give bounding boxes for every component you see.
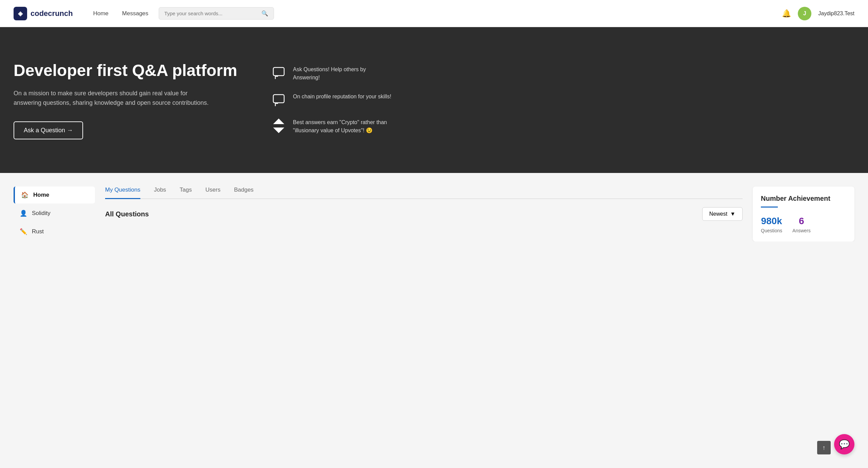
- hero-title: Developer first Q&A platform: [14, 61, 251, 80]
- search-input[interactable]: [164, 11, 261, 16]
- feature-3: Best answers earn "Crypto" rather than "…: [271, 118, 393, 135]
- stat-questions-value: 980k: [761, 216, 782, 227]
- tab-my-questions[interactable]: My Questions: [105, 187, 140, 199]
- home-icon: 🏠: [21, 191, 28, 199]
- hero-right: Ask Questions! Help others by Answering!…: [251, 65, 393, 135]
- sort-arrow-icon: ▼: [730, 211, 735, 217]
- achievement-card: Number Achievement 980k Questions 6 Answ…: [753, 187, 854, 241]
- sidebar: 🏠 Home 👤 Solidity ✏️ Rust: [14, 187, 95, 241]
- hero-left: Developer first Q&A platform On a missio…: [14, 61, 251, 139]
- sort-dropdown[interactable]: Newest ▼: [702, 207, 743, 221]
- achievement-stats: 980k Questions 6 Answers: [761, 216, 846, 233]
- chat-icon-2: [271, 93, 286, 108]
- main-content: 🏠 Home 👤 Solidity ✏️ Rust My Questions J…: [0, 173, 868, 241]
- questions-header: All Questions Newest ▼: [105, 207, 743, 221]
- stat-answers-value: 6: [792, 216, 811, 227]
- sort-label: Newest: [709, 211, 727, 217]
- username-label: Jaydip823.Test: [818, 11, 854, 17]
- tab-badges[interactable]: Badges: [234, 187, 254, 199]
- questions-area: My Questions Jobs Tags Users Badges All …: [105, 187, 743, 241]
- svg-rect-1: [273, 95, 284, 103]
- svg-marker-2: [274, 119, 283, 124]
- questions-title: All Questions: [105, 210, 149, 218]
- solidity-icon: 👤: [20, 210, 27, 217]
- search-button[interactable]: 🔍: [261, 10, 268, 17]
- feature-1: Ask Questions! Help others by Answering!: [271, 65, 393, 82]
- right-panel: Number Achievement 980k Questions 6 Answ…: [753, 187, 854, 241]
- ask-question-button[interactable]: Ask a Question →: [14, 121, 83, 139]
- notifications-button[interactable]: 🔔: [782, 9, 791, 18]
- tab-users[interactable]: Users: [205, 187, 220, 199]
- feature-text-1: Ask Questions! Help others by Answering!: [293, 65, 393, 82]
- logo-link[interactable]: ◈ codecrunch: [14, 7, 73, 20]
- sidebar-item-solidity[interactable]: 👤 Solidity: [14, 205, 95, 222]
- sidebar-label-solidity: Solidity: [32, 210, 51, 217]
- avatar: J: [798, 7, 811, 20]
- sidebar-label-rust: Rust: [32, 228, 44, 235]
- hero-subtitle: On a mission to make sure developers sho…: [14, 89, 217, 108]
- sidebar-item-home[interactable]: 🏠 Home: [14, 187, 95, 203]
- search-bar: 🔍: [159, 7, 274, 20]
- stat-answers: 6 Answers: [792, 216, 811, 233]
- chat-icon-1: [271, 65, 286, 80]
- svg-rect-0: [273, 67, 284, 76]
- nav-messages[interactable]: Messages: [122, 10, 148, 17]
- navbar-right: 🔔 J Jaydip823.Test: [782, 7, 854, 20]
- upvote-icon: [271, 118, 286, 133]
- rust-icon: ✏️: [20, 228, 27, 235]
- questions-tabs: My Questions Jobs Tags Users Badges: [105, 187, 743, 199]
- logo-text: codecrunch: [31, 9, 73, 18]
- logo-icon: ◈: [14, 7, 27, 20]
- feature-text-2: On chain profile reputation for your ski…: [293, 93, 391, 101]
- nav-links: Home Messages: [93, 10, 149, 17]
- stat-questions: 980k Questions: [761, 216, 782, 233]
- feature-2: On chain profile reputation for your ski…: [271, 93, 393, 108]
- svg-marker-3: [274, 128, 283, 133]
- tab-tags[interactable]: Tags: [180, 187, 192, 199]
- tab-jobs[interactable]: Jobs: [154, 187, 166, 199]
- achievement-title: Number Achievement: [761, 195, 846, 202]
- hero-section: Developer first Q&A platform On a missio…: [0, 27, 868, 173]
- sidebar-label-home: Home: [33, 192, 49, 198]
- achievement-divider: [761, 207, 778, 208]
- nav-home[interactable]: Home: [93, 10, 108, 17]
- sidebar-item-rust[interactable]: ✏️ Rust: [14, 223, 95, 240]
- navbar: ◈ codecrunch Home Messages 🔍 🔔 J Jaydip8…: [0, 0, 868, 27]
- stat-answers-label: Answers: [792, 228, 811, 233]
- feature-text-3: Best answers earn "Crypto" rather than "…: [293, 118, 393, 135]
- stat-questions-label: Questions: [761, 228, 782, 233]
